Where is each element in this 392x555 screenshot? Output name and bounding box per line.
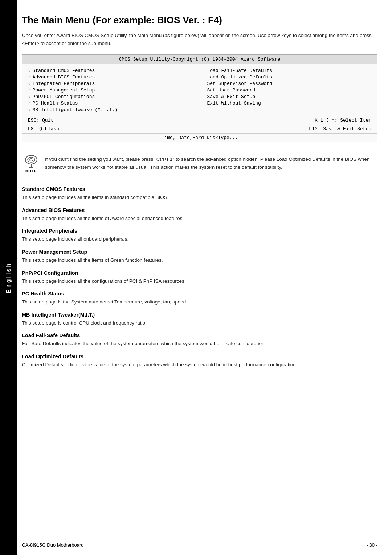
bios-item-label: Integrated Peripherals	[33, 81, 95, 86]
bios-item-label: PnP/PCI Configurations	[33, 94, 95, 99]
bios-item-label: Standard CMOS Features	[33, 68, 95, 73]
bios-bullet: ‹	[28, 88, 30, 93]
bios-item-power: ‹ Power Management Setup	[28, 87, 192, 93]
bios-bullet: ‹	[28, 108, 30, 112]
bios-right-item-user: Set User Password	[207, 87, 372, 93]
bios-item-label: Advanced BIOS Features	[33, 74, 95, 80]
section-desc-failsafe: Fail-Safe Defaults indicates the value o…	[22, 340, 377, 348]
section-title-advanced: Advanced BIOS Features	[22, 207, 377, 213]
bios-left-column: ‹ Standard CMOS Features ‹ Advanced BIOS…	[28, 68, 200, 114]
section-advanced-bios: Advanced BIOS Features This setup page i…	[22, 207, 377, 223]
section-pnppci: PnP/PCI Configuration This setup page in…	[22, 270, 377, 285]
section-title-optimized: Load Optimized Defaults	[22, 354, 377, 359]
bios-item-label: Power Management Setup	[33, 87, 95, 93]
page-title: The Main Menu (For example: BIOS Ver. : …	[22, 15, 377, 26]
section-pc-health: PC Health Status This setup page is the …	[22, 291, 377, 306]
bios-right-item-supervisor: Set Supervisor Password	[207, 81, 372, 86]
bios-body: ‹ Standard CMOS Features ‹ Advanced BIOS…	[22, 64, 377, 116]
bios-f8-qflash: F8: Q-Flash	[28, 126, 59, 132]
section-desc-power: This setup page includes all the items o…	[22, 256, 377, 264]
bios-footer-row1: ESC: Quit K L J ↑: Select Item	[22, 116, 377, 125]
bios-bullet: ‹	[28, 101, 30, 106]
section-power-management: Power Management Setup This setup page i…	[22, 249, 377, 264]
svg-point-2	[29, 159, 33, 161]
bios-item-pnppci: ‹ PnP/PCI Configurations	[28, 94, 192, 99]
bios-right-column: Load Fail-Safe Defaults Load Optimized D…	[200, 68, 372, 114]
bios-right-item-optimized: Load Optimized Defaults	[207, 74, 372, 80]
section-integrated-peripherals: Integrated Peripherals This setup page i…	[22, 228, 377, 243]
section-title-integrated: Integrated Peripherals	[22, 228, 377, 234]
bios-item-integrated: ‹ Integrated Peripherals	[28, 81, 192, 86]
svg-point-0	[25, 155, 37, 164]
section-title-power: Power Management Setup	[22, 249, 377, 255]
section-failsafe: Load Fail-Safe Defaults Fail-Safe Defaul…	[22, 332, 377, 348]
bios-item-label: PC Health Status	[33, 101, 78, 106]
note-box: NOTE If you can't find the setting you w…	[22, 152, 377, 176]
bios-esc-quit: ESC: Quit	[28, 118, 53, 123]
bios-bullet: ‹	[28, 82, 30, 86]
bios-footer-row2: F8: Q-Flash F10: Save & Exit Setup	[22, 125, 377, 133]
bios-select-item: K L J ↑: Select Item	[315, 118, 371, 123]
footer-model: GA-8I915G Duo Motherboard	[22, 542, 84, 548]
note-text: If you can't find the setting you want, …	[45, 155, 377, 172]
section-title-standard: Standard CMOS Features	[22, 186, 377, 192]
section-desc-pchealth: This setup page is the System auto detec…	[22, 298, 377, 306]
bios-item-standard: ‹ Standard CMOS Features	[28, 68, 192, 73]
bios-item-label: MB Intelligent Tweaker(M.I.T.)	[33, 107, 118, 113]
section-desc-pnppci: This setup page includes all the configu…	[22, 277, 377, 285]
bios-f10-save: F10: Save & Exit Setup	[309, 126, 371, 132]
bios-right-item-exit: Exit Without Saving	[207, 101, 372, 106]
bios-bullet: ‹	[28, 95, 30, 99]
note-icon-area: NOTE	[22, 155, 41, 173]
bios-screenshot: CMOS Setup Utility-Copyright (C) 1984-20…	[22, 54, 377, 142]
section-desc-integrated: This setup page includes all onboard per…	[22, 235, 377, 243]
page-footer: GA-8I915G Duo Motherboard - 30 -	[22, 540, 377, 548]
bios-bullet: ‹	[28, 75, 30, 79]
section-desc-standard: This setup page includes all the items i…	[22, 193, 377, 201]
section-title-failsafe: Load Fail-Safe Defaults	[22, 332, 377, 338]
bios-item-pchealth: ‹ PC Health Status	[28, 101, 192, 106]
note-label: NOTE	[25, 169, 37, 173]
bios-header: CMOS Setup Utility-Copyright (C) 1984-20…	[22, 55, 377, 64]
bios-right-item-failsafe: Load Fail-Safe Defaults	[207, 68, 372, 73]
svg-point-1	[28, 157, 35, 162]
section-desc-optimized: Optimized Defaults indicates the value o…	[22, 361, 377, 369]
section-optimized: Load Optimized Defaults Optimized Defaul…	[22, 354, 377, 369]
section-title-pnppci: PnP/PCI Configuration	[22, 270, 377, 276]
sidebar: English	[0, 0, 17, 555]
bios-bullet: ‹	[28, 69, 30, 73]
sidebar-label: English	[5, 262, 12, 293]
section-standard-cmos: Standard CMOS Features This setup page i…	[22, 186, 377, 201]
main-content: The Main Menu (For example: BIOS Ver. : …	[22, 0, 377, 392]
intro-text: Once you enter Award BIOS CMOS Setup Uti…	[22, 32, 377, 47]
section-title-mit: MB Intelligent Tweaker(M.I.T.)	[22, 312, 377, 318]
section-desc-mit: This setup page is control CPU clock and…	[22, 319, 377, 327]
sections-container: Standard CMOS Features This setup page i…	[22, 186, 377, 368]
section-desc-advanced: This setup page includes all the items o…	[22, 215, 377, 223]
bios-item-advanced: ‹ Advanced BIOS Features	[28, 74, 192, 80]
section-title-pchealth: PC Health Status	[22, 291, 377, 297]
note-icon	[24, 155, 39, 168]
section-mit: MB Intelligent Tweaker(M.I.T.) This setu…	[22, 312, 377, 327]
bios-right-item-save: Save & Exit Setup	[207, 94, 372, 99]
bios-bottom: Time, Date,Hard DiskType...	[22, 133, 377, 142]
bios-item-mit: ‹ MB Intelligent Tweaker(M.I.T.)	[28, 107, 192, 113]
footer-page: - 30 -	[367, 542, 377, 548]
